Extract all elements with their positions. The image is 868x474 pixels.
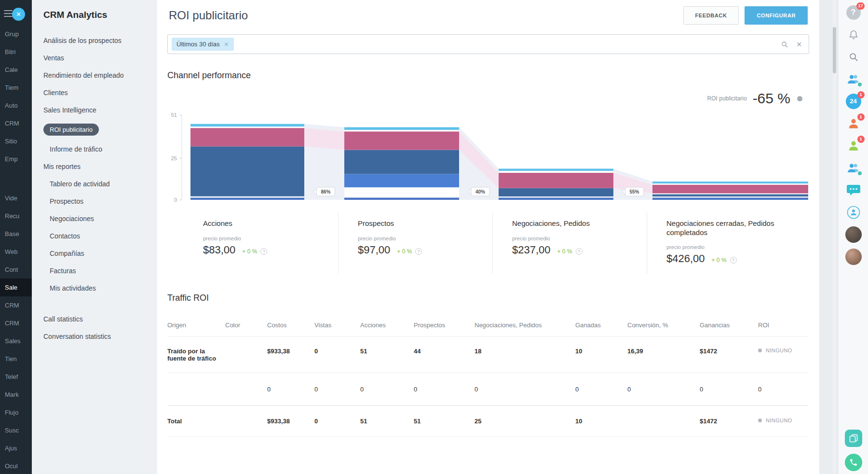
- hamburger-menu-icon[interactable]: [4, 10, 13, 17]
- copy-report-button[interactable]: [845, 430, 862, 447]
- sidebar-item-informe-trafico[interactable]: Informe de tráfico: [43, 140, 152, 158]
- help-question-icon[interactable]: ?: [576, 248, 583, 255]
- help-question-icon[interactable]: ?: [260, 248, 267, 255]
- chat-button[interactable]: [845, 181, 862, 199]
- main-nav-item[interactable]: Vide: [0, 189, 32, 207]
- cell-ganancias: $1472: [700, 405, 758, 436]
- svg-text:0: 0: [174, 197, 177, 203]
- cell-costos: $933,38: [267, 336, 314, 373]
- group-button[interactable]: [845, 204, 862, 221]
- analytics-nav: Análisis de los prospectos Ventas Rendim…: [43, 32, 152, 345]
- sidebar-item-negociaciones[interactable]: Negociaciones: [43, 210, 152, 227]
- sidebar-item-companias[interactable]: Compañías: [43, 245, 152, 262]
- main-nav-item[interactable]: Sitio: [0, 132, 32, 150]
- roi-indicator-value: -65 %: [753, 90, 790, 107]
- sidebar-item-rendimiento-empleado[interactable]: Rendimiento del empleado: [43, 67, 152, 84]
- sidebar-collapse-button[interactable]: ✕: [12, 8, 25, 21]
- main-nav-item[interactable]: Susc: [0, 421, 32, 439]
- messenger-badge: 1: [857, 91, 865, 98]
- channel-performance-heading: Channel performance: [167, 70, 809, 81]
- user-profile-button[interactable]: [845, 226, 862, 243]
- roi-indicator: ROI publicitario -65 %: [707, 90, 802, 107]
- main-nav-item[interactable]: Grup: [0, 25, 32, 43]
- main-nav-item[interactable]: Tiem: [0, 79, 32, 97]
- feedback-button[interactable]: FEEDBACK: [683, 6, 739, 25]
- sidebar-item-prospectos[interactable]: Prospectos: [43, 193, 152, 210]
- main-nav-item[interactable]: Tien: [0, 350, 32, 368]
- sidebar-item-clientes[interactable]: Clientes: [43, 84, 152, 101]
- svg-text:86%: 86%: [321, 189, 330, 195]
- svg-text:40%: 40%: [475, 189, 485, 195]
- main-nav-item[interactable]: CRM: [0, 114, 32, 132]
- messenger-button[interactable]: 24 1: [845, 93, 862, 110]
- main-nav-item[interactable]: Auto: [0, 97, 32, 114]
- avg-price-value: $426,00: [666, 252, 705, 265]
- search-button[interactable]: [845, 48, 862, 66]
- sidebar-item-tablero-actividad[interactable]: Tablero de actividad: [43, 175, 152, 193]
- main-navigation-sidebar: Grup Bitri Cale Tiem Auto CRM Sitio Emp …: [0, 0, 32, 474]
- filter-tag-remove-icon[interactable]: ✕: [224, 41, 229, 48]
- filter-clear-icon[interactable]: ✕: [796, 41, 802, 48]
- main-nav-item[interactable]: Sales: [0, 332, 32, 350]
- main-nav-item[interactable]: Cont: [0, 261, 32, 279]
- sidebar-item-mis-actividades[interactable]: Mis actividades: [43, 279, 152, 297]
- main-nav-item[interactable]: Base: [0, 225, 32, 243]
- cell-costos: $933,38: [267, 405, 314, 436]
- avg-price-label: precio promedio: [512, 236, 642, 241]
- scrollbar-thumb[interactable]: [833, 27, 836, 73]
- online-status-dot: [857, 82, 863, 87]
- main-nav-item-active[interactable]: Sale: [0, 279, 32, 296]
- help-button[interactable]: ? 17: [845, 4, 862, 21]
- green-badge: 1: [857, 136, 865, 143]
- cell-vistas: 0: [314, 336, 360, 373]
- sidebar-item-facturas[interactable]: Facturas: [43, 262, 152, 279]
- sidebar-item-roi-publicitario-active[interactable]: ROI publicitario: [43, 119, 152, 140]
- search-icon[interactable]: [781, 41, 788, 48]
- colleagues-button[interactable]: [845, 159, 862, 177]
- cell-roi: NINGUNO: [758, 405, 809, 436]
- scrollbar-track[interactable]: [833, 0, 836, 474]
- stage-title: Prospectos: [358, 219, 488, 229]
- cell-acciones: 51: [360, 405, 414, 436]
- main-nav-item[interactable]: Ajus: [0, 439, 32, 457]
- sidebar-item-mis-reportes[interactable]: Mis reportes: [43, 158, 152, 175]
- help-question-icon[interactable]: ?: [730, 257, 737, 264]
- bell-icon: [848, 29, 859, 41]
- sidebar-item-contactos[interactable]: Contactos: [43, 227, 152, 245]
- main-nav-item[interactable]: Cale: [0, 61, 32, 79]
- user-profile-button[interactable]: [845, 248, 862, 265]
- main-nav-item[interactable]: Ocul: [0, 457, 32, 474]
- main-nav-item[interactable]: CRM: [0, 296, 32, 314]
- sidebar-item-ventas[interactable]: Ventas: [43, 49, 152, 67]
- main-nav-item[interactable]: Recu: [0, 207, 32, 225]
- sidebar-item-call-statistics[interactable]: Call statistics: [43, 310, 152, 328]
- main-nav-item[interactable]: Telef: [0, 368, 32, 386]
- cell-negociaciones: 0: [475, 373, 575, 405]
- sidebar-item-conversation-statistics[interactable]: Conversation statistics: [43, 328, 152, 345]
- main-nav-item[interactable]: Web: [0, 243, 32, 261]
- contact-orange-button[interactable]: 1: [845, 115, 862, 132]
- col-conversion: Conversión, %: [627, 314, 700, 337]
- main-nav-item[interactable]: Mark: [0, 386, 32, 404]
- configure-button[interactable]: CONFIGURAR: [745, 6, 808, 25]
- cell-roi: NINGUNO: [758, 336, 809, 373]
- filter-tag[interactable]: Últimos 30 días ✕: [172, 38, 234, 51]
- main-nav-item[interactable]: Flujo: [0, 404, 32, 421]
- main-nav-item[interactable]: Emp: [0, 150, 32, 168]
- filter-search-bar[interactable]: Últimos 30 días ✕ ✕: [167, 34, 809, 54]
- price-delta: + 0 %: [242, 248, 257, 255]
- avg-price-label: precio promedio: [358, 236, 488, 241]
- notifications-button[interactable]: [845, 26, 862, 43]
- sidebar-item-analisis-prospectos[interactable]: Análisis de los prospectos: [43, 32, 152, 49]
- contact-green-button[interactable]: 1: [845, 137, 862, 154]
- phone-button[interactable]: [845, 454, 862, 471]
- roi-info-dot-icon[interactable]: [797, 96, 802, 101]
- avg-price-value: $97,00: [358, 244, 390, 256]
- cell-vistas: 0: [314, 373, 360, 405]
- employees-button[interactable]: [845, 70, 862, 88]
- main-nav-item[interactable]: CRM: [0, 314, 32, 332]
- help-question-icon[interactable]: ?: [415, 248, 422, 255]
- sidebar-item-sales-intelligence[interactable]: Sales Intelligence: [43, 101, 152, 119]
- avg-price-value: $83,00: [203, 244, 235, 256]
- main-nav-item[interactable]: Bitri: [0, 43, 32, 61]
